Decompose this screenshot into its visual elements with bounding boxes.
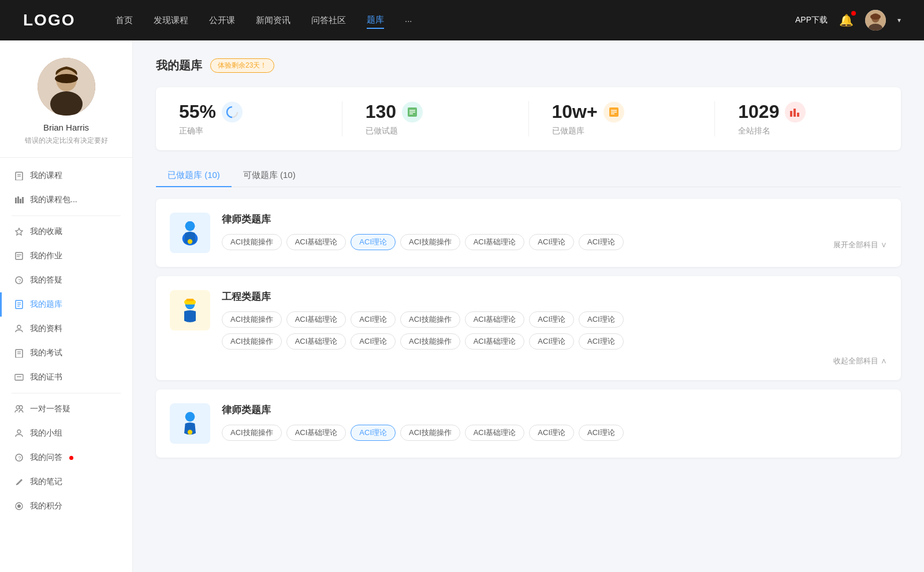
homework-icon xyxy=(14,251,24,261)
tag-item[interactable]: ACI基础理论 xyxy=(286,311,346,328)
qa-notification-badge xyxy=(69,456,73,460)
qbank-card-lawyer-1: 律师类题库 ACI技能操作 ACI基础理论 ACI理论 ACI技能操作 ACI基… xyxy=(156,199,901,267)
svg-point-59 xyxy=(185,412,195,422)
svg-rect-11 xyxy=(15,198,17,203)
sidebar-label-certificate: 我的证书 xyxy=(30,372,62,382)
stat-accuracy-value: 55% xyxy=(179,101,216,122)
sidebar-item-homework[interactable]: 我的作业 xyxy=(0,244,132,268)
page-header: 我的题库 体验剩余23天！ xyxy=(156,58,901,73)
qbank-lawyer-2-title: 律师类题库 xyxy=(222,403,887,417)
nav-qa[interactable]: 问答社区 xyxy=(311,13,346,28)
profile-avatar[interactable] xyxy=(38,58,95,116)
profile-icon xyxy=(14,324,24,334)
tag-item[interactable]: ACI技能操作 xyxy=(400,311,460,328)
tag-item[interactable]: ACI基础理论 xyxy=(465,234,525,250)
sidebar-item-1on1[interactable]: 一对一答疑 xyxy=(0,397,132,421)
sidebar-item-qa[interactable]: ? 我的答疑 xyxy=(0,268,132,292)
certificate-icon xyxy=(14,372,24,382)
tag-item[interactable]: ACI理论 xyxy=(579,333,624,350)
nav-home[interactable]: 首页 xyxy=(116,13,133,28)
avatar[interactable] xyxy=(865,10,886,31)
tag-item-active[interactable]: ACI理论 xyxy=(351,234,396,250)
tag-item[interactable]: ACI技能操作 xyxy=(400,333,460,350)
sidebar-item-qbank[interactable]: 我的题库 xyxy=(0,292,132,317)
nav-news[interactable]: 新闻资讯 xyxy=(256,13,290,28)
navbar-right: APP下载 🔔 ▾ xyxy=(795,10,901,31)
stat-done-banks-label: 已做题库 xyxy=(552,126,584,136)
tag-item[interactable]: ACI基础理论 xyxy=(465,425,525,441)
tag-item[interactable]: ACI理论 xyxy=(579,234,624,250)
tag-item[interactable]: ACI基础理论 xyxy=(286,333,346,350)
sidebar-divider-1 xyxy=(12,216,121,216)
svg-rect-49 xyxy=(790,111,792,117)
user-menu-chevron-icon[interactable]: ▾ xyxy=(897,16,901,24)
tag-item[interactable]: ACI基础理论 xyxy=(465,311,525,328)
sidebar-label-1on1: 一对一答疑 xyxy=(30,404,70,414)
stat-ranking-icon xyxy=(785,102,806,122)
sidebar-item-certificate[interactable]: 我的证书 xyxy=(0,365,132,389)
tag-item[interactable]: ACI理论 xyxy=(529,234,574,250)
sidebar-item-my-qa[interactable]: ? 我的问答 xyxy=(0,445,132,470)
nav-open-course[interactable]: 公开课 xyxy=(209,13,235,28)
svg-point-38 xyxy=(17,504,21,508)
tag-item[interactable]: ACI技能操作 xyxy=(222,425,282,441)
svg-rect-16 xyxy=(16,252,23,259)
tag-item[interactable]: ACI技能操作 xyxy=(222,234,282,250)
tabs-row: 已做题库 (10) 可做题库 (10) xyxy=(156,164,901,187)
nav-discover[interactable]: 发现课程 xyxy=(154,13,188,28)
sidebar-item-notes[interactable]: 我的笔记 xyxy=(0,470,132,494)
svg-marker-15 xyxy=(16,228,23,235)
svg-point-54 xyxy=(185,221,195,231)
nav-more[interactable]: ··· xyxy=(405,13,412,28)
my-qa-icon: ? xyxy=(14,452,24,463)
tag-item[interactable]: ACI理论 xyxy=(351,333,396,350)
tag-item[interactable]: ACI理论 xyxy=(529,311,574,328)
tag-item[interactable]: ACI技能操作 xyxy=(222,311,282,328)
sidebar-item-course-package[interactable]: 我的课程包... xyxy=(0,188,132,212)
sidebar-label-favorites: 我的收藏 xyxy=(30,226,62,237)
tag-item[interactable]: ACI基础理论 xyxy=(286,234,346,250)
qbank-lawyer-1-title: 律师类题库 xyxy=(222,213,887,226)
tag-item[interactable]: ACI理论 xyxy=(529,333,574,350)
nav-menu: 首页 发现课程 公开课 新闻资讯 问答社区 题库 ··· xyxy=(116,12,795,29)
tag-item[interactable]: ACI理论 xyxy=(579,311,624,328)
tag-item[interactable]: ACI基础理论 xyxy=(286,425,346,441)
expand-link-lawyer-1[interactable]: 展开全部科目 ∨ xyxy=(833,240,887,250)
sidebar-item-favorites[interactable]: 我的收藏 xyxy=(0,220,132,244)
svg-rect-51 xyxy=(797,113,799,117)
tag-item[interactable]: ACI理论 xyxy=(351,311,396,328)
tag-item[interactable]: ACI技能操作 xyxy=(222,333,282,350)
sidebar-item-my-course[interactable]: 我的课程 xyxy=(0,164,132,188)
svg-point-6 xyxy=(50,91,83,116)
notes-icon xyxy=(14,477,24,487)
stat-done-questions-label: 已做试题 xyxy=(366,126,398,136)
tab-available-banks[interactable]: 可做题库 (10) xyxy=(232,164,307,187)
app-download-button[interactable]: APP下载 xyxy=(795,15,828,25)
sidebar-menu: 我的课程 我的课程包... 我的收藏 我的作业 xyxy=(0,158,132,524)
sidebar-item-group[interactable]: 我的小组 xyxy=(0,421,132,445)
sidebar-item-profile[interactable]: 我的资料 xyxy=(0,317,132,341)
stat-ranking: 1029 全站排名 xyxy=(715,101,901,136)
qbank-engineer-1-tags-row2: ACI技能操作 ACI基础理论 ACI理论 ACI技能操作 ACI基础理论 AC… xyxy=(222,333,887,350)
sidebar-item-points[interactable]: 我的积分 xyxy=(0,494,132,518)
qbank-engineer-1-tags-row1: ACI技能操作 ACI基础理论 ACI理论 ACI技能操作 ACI基础理论 AC… xyxy=(222,311,887,328)
notification-bell-icon[interactable]: 🔔 xyxy=(839,13,854,27)
collapse-link-engineer-1[interactable]: 收起全部科目 ∧ xyxy=(833,356,887,365)
svg-rect-58 xyxy=(186,299,193,301)
tag-item[interactable]: ACI技能操作 xyxy=(400,425,460,441)
tag-item[interactable]: ACI理论 xyxy=(529,425,574,441)
tab-done-banks[interactable]: 已做题库 (10) xyxy=(156,164,232,187)
page-title: 我的题库 xyxy=(156,58,202,73)
svg-rect-50 xyxy=(793,109,796,117)
qbank-card-engineer-1: 工程类题库 ACI技能操作 ACI基础理论 ACI理论 ACI技能操作 ACI基… xyxy=(156,276,901,380)
tag-item[interactable]: ACI技能操作 xyxy=(400,234,460,250)
sidebar-divider-2 xyxy=(12,393,121,393)
tag-item[interactable]: ACI基础理论 xyxy=(465,333,525,350)
qbank-engineer-1-title: 工程类题库 xyxy=(222,290,887,303)
svg-point-33 xyxy=(17,430,21,433)
tag-item[interactable]: ACI理论 xyxy=(579,425,624,441)
sidebar-item-exam[interactable]: 我的考试 xyxy=(0,341,132,365)
one-on-one-icon xyxy=(14,404,24,414)
tag-item-active[interactable]: ACI理论 xyxy=(351,425,396,441)
nav-qbank[interactable]: 题库 xyxy=(367,12,384,29)
